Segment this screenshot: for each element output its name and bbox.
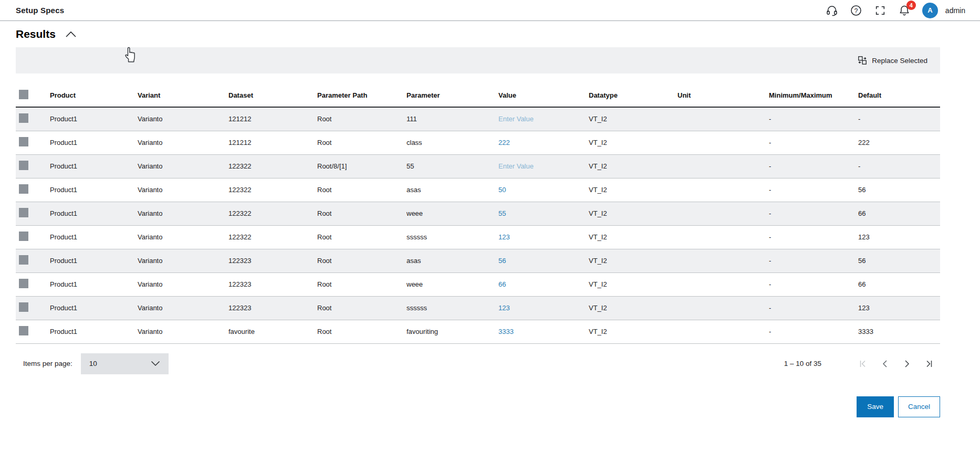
table-row: Product1 Varianto 122323 Root weee 66 VT… [16, 272, 940, 296]
svg-text:?: ? [854, 7, 858, 14]
table-row: Product1 Varianto 122322 Root weee 55 VT… [16, 202, 940, 225]
cell-unit [677, 320, 769, 343]
cell-product: Product1 [50, 320, 138, 343]
cell-value[interactable]: 3333 [498, 320, 589, 343]
cell-datatype: VT_I2 [589, 154, 677, 178]
collapse-results-button[interactable] [65, 30, 77, 38]
help-icon[interactable]: ? [850, 4, 862, 17]
cancel-button[interactable]: Cancel [898, 396, 940, 417]
cell-datatype: VT_I2 [589, 107, 677, 131]
cell-unit [677, 202, 769, 225]
previous-page-button[interactable] [874, 358, 896, 370]
first-page-button[interactable] [852, 358, 874, 370]
cell-parameter: 111 [406, 107, 498, 131]
cell-product: Product1 [50, 178, 138, 202]
cell-variant: Varianto [138, 296, 228, 320]
cell-datatype: VT_I2 [589, 202, 677, 225]
cell-product: Product1 [50, 131, 138, 154]
cell-variant: Varianto [138, 202, 228, 225]
username[interactable]: admin [945, 6, 965, 15]
cell-product: Product1 [50, 202, 138, 225]
cell-unit [677, 154, 769, 178]
column-header-minimum-maximum: Minimum/Maximum [769, 84, 858, 107]
cell-unit [677, 272, 769, 296]
select-all-checkbox[interactable] [19, 90, 28, 99]
results-header: Results [16, 21, 940, 47]
cell-dataset: 121212 [228, 107, 317, 131]
column-header-product: Product [50, 84, 138, 107]
last-page-icon [925, 360, 933, 368]
cell-value[interactable]: 55 [498, 202, 589, 225]
column-header-parameter: Parameter [406, 84, 498, 107]
cell-parameter-path: Root [317, 296, 406, 320]
last-page-button[interactable] [918, 358, 940, 370]
cell-dataset: 122322 [228, 154, 317, 178]
table-row: Product1 Varianto 122322 Root asas 50 VT… [16, 178, 940, 202]
row-checkbox[interactable] [19, 232, 28, 241]
items-per-page-select[interactable]: 10 [81, 353, 169, 374]
table-row: Product1 Varianto 122323 Root ssssss 123… [16, 296, 940, 320]
cell-variant: Varianto [138, 131, 228, 154]
row-checkbox[interactable] [19, 208, 28, 217]
column-header-value: Value [498, 84, 589, 107]
cell-product: Product1 [50, 154, 138, 178]
save-button[interactable]: Save [857, 396, 894, 417]
column-header-variant: Variant [138, 84, 228, 107]
cell-parameter: weee [406, 272, 498, 296]
cell-value[interactable]: 50 [498, 178, 589, 202]
cell-value[interactable]: 66 [498, 272, 589, 296]
next-page-button[interactable] [896, 358, 918, 370]
cell-value[interactable]: 222 [498, 131, 589, 154]
cell-min-max: - [769, 178, 858, 202]
row-checkbox[interactable] [19, 255, 28, 265]
cell-parameter-path: Root [317, 202, 406, 225]
results-title: Results [16, 28, 56, 40]
cell-dataset: 122322 [228, 202, 317, 225]
row-checkbox[interactable] [19, 326, 28, 335]
row-checkbox[interactable] [19, 161, 28, 170]
column-header-default: Default [858, 84, 940, 107]
row-checkbox[interactable] [19, 137, 28, 146]
replace-selected-button[interactable]: Replace Selected [858, 56, 927, 65]
cell-value[interactable]: 123 [498, 225, 589, 249]
cell-value[interactable]: 123 [498, 296, 589, 320]
cell-value[interactable]: Enter Value [498, 154, 589, 178]
top-bar: Setup Specs ? 4 [0, 0, 980, 21]
cell-min-max: - [769, 296, 858, 320]
cell-value[interactable]: Enter Value [498, 107, 589, 131]
cell-variant: Varianto [138, 178, 228, 202]
row-checkbox[interactable] [19, 113, 28, 123]
cell-value[interactable]: 56 [498, 249, 589, 272]
cell-datatype: VT_I2 [589, 296, 677, 320]
cell-default: - [858, 154, 940, 178]
cell-min-max: - [769, 225, 858, 249]
cell-parameter: asas [406, 249, 498, 272]
chevron-right-icon [903, 360, 911, 368]
cell-unit [677, 225, 769, 249]
avatar[interactable]: A [922, 3, 938, 18]
row-checkbox[interactable] [19, 302, 28, 312]
fullscreen-icon[interactable] [874, 4, 887, 17]
table-row: Product1 Varianto favourite Root favouri… [16, 320, 940, 343]
bell-icon[interactable]: 4 [898, 4, 911, 17]
table-row: Product1 Varianto 122322 Root ssssss 123… [16, 225, 940, 249]
cell-unit [677, 131, 769, 154]
headset-icon[interactable] [826, 4, 838, 17]
cell-parameter: class [406, 131, 498, 154]
cell-variant: Varianto [138, 249, 228, 272]
table-row: Product1 Varianto 122323 Root asas 56 VT… [16, 249, 940, 272]
cell-dataset: 122323 [228, 272, 317, 296]
table-row: Product1 Varianto 121212 Root 111 Enter … [16, 107, 940, 131]
pagination-range: 1 – 10 of 35 [784, 360, 821, 367]
table-header-row: ProductVariantDatasetParameter PathParam… [16, 84, 940, 107]
cell-parameter-path: Root [317, 320, 406, 343]
table-row: Product1 Varianto 122322 Root/8/[1] 55 E… [16, 154, 940, 178]
row-checkbox[interactable] [19, 279, 28, 288]
row-checkbox[interactable] [19, 184, 28, 194]
first-page-icon [859, 360, 867, 368]
cell-unit [677, 178, 769, 202]
cell-variant: Varianto [138, 225, 228, 249]
replace-icon [858, 56, 867, 65]
cell-datatype: VT_I2 [589, 272, 677, 296]
chevron-up-icon [65, 30, 77, 38]
